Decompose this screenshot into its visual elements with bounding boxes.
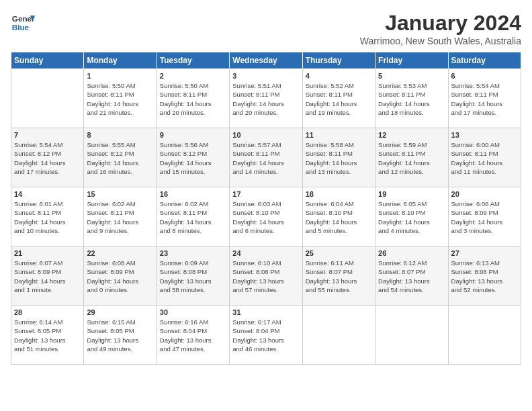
calendar-cell: 16Sunrise: 6:02 AM Sunset: 8:11 PM Dayli… xyxy=(157,187,229,246)
day-info: Sunrise: 6:00 AM Sunset: 8:11 PM Dayligh… xyxy=(451,140,518,176)
calendar-cell: 12Sunrise: 5:59 AM Sunset: 8:11 PM Dayli… xyxy=(375,128,448,187)
calendar-cell xyxy=(11,69,84,128)
header-sunday: Sunday xyxy=(11,52,84,69)
day-number: 24 xyxy=(232,249,299,257)
day-info: Sunrise: 6:06 AM Sunset: 8:09 PM Dayligh… xyxy=(451,199,518,235)
calendar-cell: 19Sunrise: 6:05 AM Sunset: 8:10 PM Dayli… xyxy=(375,187,448,246)
day-number: 21 xyxy=(14,249,81,257)
day-info: Sunrise: 6:04 AM Sunset: 8:10 PM Dayligh… xyxy=(306,199,372,235)
day-info: Sunrise: 6:02 AM Sunset: 8:11 PM Dayligh… xyxy=(87,199,153,235)
day-number: 5 xyxy=(378,72,445,80)
calendar-title: January 2024 xyxy=(360,11,521,36)
page-header: General Blue January 2024 Warrimoo, New … xyxy=(11,11,521,46)
day-info: Sunrise: 6:15 AM Sunset: 8:05 PM Dayligh… xyxy=(87,318,153,353)
day-number: 19 xyxy=(378,190,445,198)
day-number: 14 xyxy=(14,190,81,198)
calendar-cell: 18Sunrise: 6:04 AM Sunset: 8:10 PM Dayli… xyxy=(302,187,375,246)
day-number: 31 xyxy=(232,308,299,316)
calendar-cell: 1Sunrise: 5:50 AM Sunset: 8:11 PM Daylig… xyxy=(84,69,157,128)
calendar-cell xyxy=(448,306,521,365)
day-info: Sunrise: 6:07 AM Sunset: 8:09 PM Dayligh… xyxy=(14,259,81,294)
calendar-cell: 31Sunrise: 6:17 AM Sunset: 8:04 PM Dayli… xyxy=(230,306,302,365)
header-saturday: Saturday xyxy=(448,52,521,69)
calendar-cell: 5Sunrise: 5:53 AM Sunset: 8:11 PM Daylig… xyxy=(375,69,448,128)
calendar-cell: 6Sunrise: 5:54 AM Sunset: 8:11 PM Daylig… xyxy=(448,69,521,128)
calendar-cell: 24Sunrise: 6:10 AM Sunset: 8:08 PM Dayli… xyxy=(230,246,302,306)
day-info: Sunrise: 5:53 AM Sunset: 8:11 PM Dayligh… xyxy=(378,81,445,117)
day-info: Sunrise: 6:02 AM Sunset: 8:11 PM Dayligh… xyxy=(160,199,226,235)
calendar-table: SundayMondayTuesdayWednesdayThursdayFrid… xyxy=(11,52,521,365)
calendar-cell: 2Sunrise: 5:50 AM Sunset: 8:11 PM Daylig… xyxy=(157,69,229,128)
calendar-cell xyxy=(375,306,448,365)
calendar-cell xyxy=(302,306,375,365)
day-number: 13 xyxy=(451,131,518,139)
day-info: Sunrise: 6:14 AM Sunset: 8:05 PM Dayligh… xyxy=(14,318,81,353)
day-info: Sunrise: 5:58 AM Sunset: 8:11 PM Dayligh… xyxy=(306,140,372,176)
day-number: 11 xyxy=(306,131,372,139)
title-block: January 2024 Warrimoo, New South Wales, … xyxy=(360,11,521,46)
header-tuesday: Tuesday xyxy=(157,52,229,69)
calendar-cell: 13Sunrise: 6:00 AM Sunset: 8:11 PM Dayli… xyxy=(448,128,521,187)
calendar-cell: 30Sunrise: 6:16 AM Sunset: 8:04 PM Dayli… xyxy=(157,306,229,365)
day-number: 27 xyxy=(451,249,518,257)
day-info: Sunrise: 5:50 AM Sunset: 8:11 PM Dayligh… xyxy=(160,81,226,117)
day-number: 3 xyxy=(232,72,299,80)
calendar-week-2: 7Sunrise: 5:54 AM Sunset: 8:12 PM Daylig… xyxy=(11,128,521,187)
calendar-cell: 14Sunrise: 6:01 AM Sunset: 8:11 PM Dayli… xyxy=(11,187,84,246)
day-number: 2 xyxy=(160,72,226,80)
day-info: Sunrise: 5:50 AM Sunset: 8:11 PM Dayligh… xyxy=(87,81,153,117)
day-info: Sunrise: 6:08 AM Sunset: 8:09 PM Dayligh… xyxy=(87,259,153,294)
day-info: Sunrise: 6:17 AM Sunset: 8:04 PM Dayligh… xyxy=(232,318,299,353)
calendar-week-1: 1Sunrise: 5:50 AM Sunset: 8:11 PM Daylig… xyxy=(11,69,521,128)
logo: General Blue xyxy=(11,11,35,35)
header-wednesday: Wednesday xyxy=(230,52,302,69)
day-number: 4 xyxy=(306,72,372,80)
calendar-cell: 4Sunrise: 5:52 AM Sunset: 8:11 PM Daylig… xyxy=(302,69,375,128)
day-info: Sunrise: 5:52 AM Sunset: 8:11 PM Dayligh… xyxy=(306,81,372,117)
day-number: 20 xyxy=(451,190,518,198)
calendar-cell: 15Sunrise: 6:02 AM Sunset: 8:11 PM Dayli… xyxy=(84,187,157,246)
day-number: 9 xyxy=(160,131,226,139)
calendar-week-4: 21Sunrise: 6:07 AM Sunset: 8:09 PM Dayli… xyxy=(11,246,521,306)
day-number: 22 xyxy=(87,249,153,257)
svg-text:General: General xyxy=(12,14,35,23)
day-info: Sunrise: 5:51 AM Sunset: 8:11 PM Dayligh… xyxy=(232,81,299,117)
day-number: 30 xyxy=(160,308,226,316)
day-number: 29 xyxy=(87,308,153,316)
day-number: 12 xyxy=(378,131,445,139)
calendar-cell: 20Sunrise: 6:06 AM Sunset: 8:09 PM Dayli… xyxy=(448,187,521,246)
day-number: 15 xyxy=(87,190,153,198)
calendar-week-3: 14Sunrise: 6:01 AM Sunset: 8:11 PM Dayli… xyxy=(11,187,521,246)
day-info: Sunrise: 5:59 AM Sunset: 8:11 PM Dayligh… xyxy=(378,140,445,176)
logo-icon: General Blue xyxy=(11,11,35,35)
day-info: Sunrise: 6:05 AM Sunset: 8:10 PM Dayligh… xyxy=(378,199,445,235)
day-number: 28 xyxy=(14,308,81,316)
calendar-cell: 3Sunrise: 5:51 AM Sunset: 8:11 PM Daylig… xyxy=(230,69,302,128)
calendar-cell: 28Sunrise: 6:14 AM Sunset: 8:05 PM Dayli… xyxy=(11,306,84,365)
calendar-cell: 27Sunrise: 6:13 AM Sunset: 8:06 PM Dayli… xyxy=(448,246,521,306)
day-number: 7 xyxy=(14,131,81,139)
calendar-cell: 23Sunrise: 6:09 AM Sunset: 8:08 PM Dayli… xyxy=(157,246,229,306)
day-number: 8 xyxy=(87,131,153,139)
calendar-cell: 9Sunrise: 5:56 AM Sunset: 8:12 PM Daylig… xyxy=(157,128,229,187)
day-info: Sunrise: 6:09 AM Sunset: 8:08 PM Dayligh… xyxy=(160,259,226,294)
day-number: 10 xyxy=(232,131,299,139)
calendar-header-row: SundayMondayTuesdayWednesdayThursdayFrid… xyxy=(11,52,521,69)
header-thursday: Thursday xyxy=(302,52,375,69)
day-number: 26 xyxy=(378,249,445,257)
calendar-cell: 10Sunrise: 5:57 AM Sunset: 8:11 PM Dayli… xyxy=(230,128,302,187)
calendar-subtitle: Warrimoo, New South Wales, Australia xyxy=(360,36,521,46)
day-info: Sunrise: 5:55 AM Sunset: 8:12 PM Dayligh… xyxy=(87,140,153,176)
calendar-cell: 29Sunrise: 6:15 AM Sunset: 8:05 PM Dayli… xyxy=(84,306,157,365)
day-number: 18 xyxy=(306,190,372,198)
day-info: Sunrise: 6:16 AM Sunset: 8:04 PM Dayligh… xyxy=(160,318,226,353)
day-number: 17 xyxy=(232,190,299,198)
day-info: Sunrise: 5:56 AM Sunset: 8:12 PM Dayligh… xyxy=(160,140,226,176)
header-friday: Friday xyxy=(375,52,448,69)
day-info: Sunrise: 5:57 AM Sunset: 8:11 PM Dayligh… xyxy=(232,140,299,176)
day-number: 1 xyxy=(87,72,153,80)
calendar-cell: 25Sunrise: 6:11 AM Sunset: 8:07 PM Dayli… xyxy=(302,246,375,306)
day-info: Sunrise: 6:13 AM Sunset: 8:06 PM Dayligh… xyxy=(451,259,518,294)
svg-text:Blue: Blue xyxy=(12,23,30,32)
calendar-week-5: 28Sunrise: 6:14 AM Sunset: 8:05 PM Dayli… xyxy=(11,306,521,365)
